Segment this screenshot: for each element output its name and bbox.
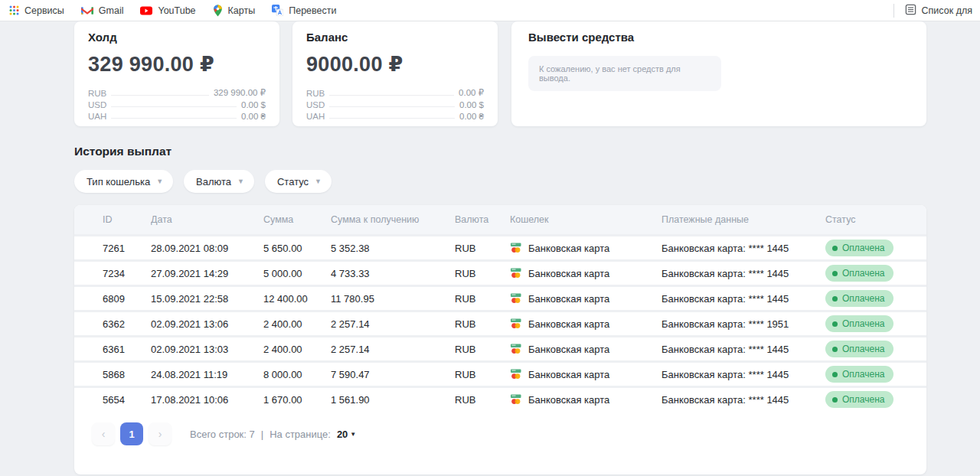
per-page-select[interactable]: 20 ▼ [337, 429, 356, 440]
header-date: Дата [151, 214, 263, 225]
bank-card-icon [510, 394, 522, 405]
cell-currency: RUB [455, 318, 510, 330]
cell-wallet: Банковская карта [510, 369, 662, 380]
cell-wallet: Банковская карта [510, 394, 662, 406]
cell-amount: 1 670.00 [263, 394, 331, 406]
status-dot-icon [832, 296, 838, 302]
bookmark-youtube[interactable]: YouTube [140, 5, 195, 16]
chevron-down-icon: ▼ [315, 178, 322, 185]
chevron-right-icon: › [158, 428, 162, 440]
chevron-down-icon: ▼ [350, 431, 356, 438]
status-badge: Оплачена [825, 290, 893, 307]
cell-receive: 1 561.90 [331, 394, 455, 406]
cell-receive: 7 590.47 [331, 369, 455, 380]
header-payment: Платежные данные [662, 214, 825, 225]
gmail-icon [81, 6, 93, 15]
cell-receive: 4 733.33 [331, 268, 455, 279]
withdraw-card-title: Вывести средства [528, 31, 913, 44]
bank-card-icon [510, 318, 522, 329]
cell-payment: Банковская карта: **** 1445 [662, 369, 825, 380]
translate-icon [272, 5, 283, 16]
cell-payment: Банковская карта: **** 1951 [662, 318, 825, 330]
status-label: Оплачена [842, 318, 884, 329]
cell-date: 27.09.2021 14:29 [151, 268, 263, 279]
balance-card: Баланс 9000.00 ₽ RUB 0.00 ₽ USD 0.00 $ U… [292, 21, 498, 126]
maps-pin-icon [213, 5, 223, 17]
bookmark-translate[interactable]: Перевести [272, 5, 336, 16]
status-badge: Оплачена [825, 391, 893, 408]
cell-date: 24.08.2021 11:19 [151, 369, 263, 380]
bookmark-label: Сервисы [24, 5, 64, 16]
cell-id: 5654 [103, 394, 151, 406]
currency-code: RUB [306, 89, 325, 98]
reading-list-button[interactable]: Список для [893, 4, 972, 18]
cell-payment: Банковская карта: **** 1445 [662, 243, 825, 254]
cell-id: 7261 [103, 243, 151, 254]
reading-list-icon [905, 4, 916, 18]
table-row: 6361 02.09.2021 13:03 2 400.00 2 257.14 … [74, 335, 926, 360]
leader-line [111, 118, 237, 119]
status-label: Оплачена [842, 293, 884, 304]
next-page-button[interactable]: › [149, 422, 172, 445]
status-label: Оплачена [842, 369, 884, 380]
status-dot-icon [832, 372, 838, 377]
page-1-button[interactable]: 1 [120, 422, 143, 445]
hold-card-title: Холд [88, 31, 266, 44]
currency-code: UAH [306, 112, 325, 121]
status-badge: Оплачена [825, 240, 893, 256]
cell-wallet: Банковская карта [510, 243, 662, 254]
bookmark-gmail[interactable]: Gmail [81, 5, 124, 16]
status-badge: Оплачена [825, 341, 893, 357]
cell-amount: 12 400.00 [263, 293, 331, 305]
currency-value: 0.00 $ [241, 100, 266, 109]
wallet-label: Банковская карта [528, 394, 609, 406]
cell-receive: 11 780.95 [331, 293, 455, 305]
filter-label: Валюта [196, 176, 231, 187]
status-label: Оплачена [842, 268, 884, 279]
bank-card-icon [510, 268, 522, 279]
bookmark-maps[interactable]: Карты [213, 5, 256, 17]
cell-date: 28.09.2021 08:09 [151, 243, 263, 254]
bank-card-icon [510, 293, 522, 304]
bookmark-label: YouTube [158, 5, 195, 16]
currency-row-usd: USD 0.00 $ [88, 98, 266, 109]
wallet-type-filter[interactable]: Тип кошелька ▼ [74, 170, 173, 193]
cell-currency: RUB [455, 293, 510, 305]
no-funds-message: К сожалению, у вас нет средств для вывод… [528, 56, 721, 91]
history-section-title: История выплат [74, 145, 172, 158]
cell-status: Оплачена [825, 265, 926, 282]
cell-receive: 2 257.14 [331, 318, 455, 330]
table-row: 6809 15.09.2021 22:58 12 400.00 11 780.9… [74, 285, 926, 310]
currency-code: USD [306, 100, 325, 109]
status-dot-icon [832, 347, 838, 352]
wallet-label: Банковская карта [528, 344, 609, 355]
cell-payment: Банковская карта: **** 1445 [662, 268, 825, 279]
cell-amount: 2 400.00 [263, 344, 331, 355]
cell-status: Оплачена [825, 240, 926, 256]
status-filter[interactable]: Статус ▼ [265, 170, 332, 193]
cell-payment: Банковская карта: **** 1445 [662, 293, 825, 305]
table-row: 5654 17.08.2021 10:06 1 670.00 1 561.90 … [74, 386, 926, 411]
bookmark-services[interactable]: Сервисы [9, 5, 64, 16]
currency-filter[interactable]: Валюта ▼ [184, 170, 254, 193]
rows-total-label: Всего строк: 7 [190, 429, 255, 440]
hold-total-amount: 329 990.00 ₽ [88, 52, 266, 77]
cell-currency: RUB [455, 268, 510, 279]
apps-grid-icon [9, 5, 19, 15]
chevron-left-icon: ‹ [102, 428, 106, 440]
cell-currency: RUB [455, 394, 510, 406]
bank-card-icon [510, 369, 522, 380]
leader-line [111, 106, 237, 107]
leader-line [329, 118, 455, 119]
currency-value: 0.00 ₴ [241, 112, 266, 121]
currency-code: USD [88, 100, 106, 109]
cell-currency: RUB [455, 344, 510, 355]
header-amount: Сумма [263, 214, 331, 225]
wallet-label: Банковская карта [528, 243, 609, 254]
youtube-icon [140, 6, 152, 15]
currency-row-uah: UAH 0.00 ₴ [306, 109, 484, 121]
wallet-label: Банковская карта [528, 293, 609, 305]
cell-id: 6361 [103, 344, 151, 355]
cell-wallet: Банковская карта [510, 344, 662, 355]
prev-page-button[interactable]: ‹ [92, 422, 115, 445]
